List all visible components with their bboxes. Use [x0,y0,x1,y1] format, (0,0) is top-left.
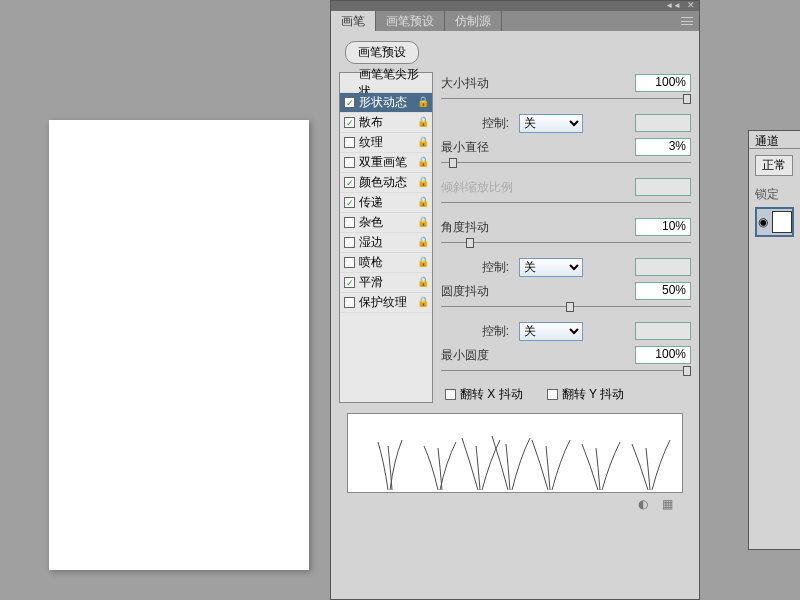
option-checkbox[interactable] [344,137,355,148]
layer-row[interactable]: ◉ [755,207,794,237]
brush-options-list: 画笔笔尖形状✓形状动态🔒✓散布🔒纹理🔒双重画笔🔒✓颜色动态🔒✓传递🔒杂色🔒湿边🔒… [339,72,433,403]
brush-option-8[interactable]: 湿边🔒 [340,233,432,253]
angle-jitter-label: 角度抖动 [441,219,515,236]
option-label: 传递 [359,194,383,211]
brush-option-2[interactable]: ✓散布🔒 [340,113,432,133]
size-jitter-value[interactable]: 100% [635,74,691,92]
lock-icon[interactable]: 🔒 [417,136,429,147]
tilt-scale-value [635,178,691,196]
option-checkbox[interactable]: ✓ [344,97,355,108]
option-label: 平滑 [359,274,383,291]
lock-label: 锁定 [755,186,794,203]
brush-option-11[interactable]: 保护纹理🔒 [340,293,432,313]
tab-clone-source[interactable]: 仿制源 [445,11,502,31]
control-label-3: 控制: [441,323,515,340]
collapse-icon[interactable]: ◄◄ [665,1,681,10]
brush-option-10[interactable]: ✓平滑🔒 [340,273,432,293]
option-label: 纹理 [359,134,383,151]
channels-panel: 通道 正常 锁定 ◉ [748,130,800,550]
min-diameter-label: 最小直径 [441,139,515,156]
option-checkbox[interactable] [344,257,355,268]
shape-dynamics-settings: 大小抖动 100% 控制: 关 最小直径 3% 倾斜缩放比例 角度抖动 10% … [441,72,691,403]
flip-y-checkbox[interactable]: 翻转 Y 抖动 [547,386,624,403]
new-preset-icon[interactable]: ▦ [662,497,673,511]
layer-thumbnail[interactable] [772,211,792,233]
flip-x-checkbox[interactable]: 翻转 X 抖动 [445,386,523,403]
panel-menu-icon[interactable] [675,11,699,31]
blend-mode-select[interactable]: 正常 [755,155,793,176]
brush-option-9[interactable]: 喷枪🔒 [340,253,432,273]
min-round-value[interactable]: 100% [635,346,691,364]
option-label: 双重画笔 [359,154,407,171]
brush-preview [347,413,683,493]
channels-tab[interactable]: 通道 [749,131,800,149]
round-jitter-slider[interactable] [441,304,691,314]
brush-option-4[interactable]: 双重画笔🔒 [340,153,432,173]
panel-dragbar[interactable]: ◄◄ ✕ [331,1,699,11]
flip-y-label: 翻转 Y 抖动 [562,386,624,403]
size-jitter-slider[interactable] [441,96,691,106]
lock-icon[interactable]: 🔒 [417,236,429,247]
flip-x-label: 翻转 X 抖动 [460,386,523,403]
lock-icon[interactable]: 🔒 [417,96,429,107]
option-label: 颜色动态 [359,174,407,191]
angle-control-select[interactable]: 关 [519,258,583,277]
panel-tabs: 画笔 画笔预设 仿制源 [331,11,699,31]
option-checkbox[interactable] [344,237,355,248]
round-jitter-label: 圆度抖动 [441,283,515,300]
option-label: 杂色 [359,214,383,231]
control-label-1: 控制: [441,115,515,132]
option-label: 喷枪 [359,254,383,271]
min-diameter-slider[interactable] [441,160,691,170]
min-round-label: 最小圆度 [441,347,515,364]
angle-jitter-slider[interactable] [441,240,691,250]
brush-preset-button[interactable]: 画笔预设 [345,41,419,64]
lock-icon[interactable]: 🔒 [417,296,429,307]
angle-jitter-value[interactable]: 10% [635,218,691,236]
brush-option-1[interactable]: ✓形状动态🔒 [340,93,432,113]
size-control-value [635,114,691,132]
option-checkbox[interactable] [344,157,355,168]
grass-stroke-preview [348,413,683,492]
round-jitter-value[interactable]: 50% [635,282,691,300]
close-icon[interactable]: ✕ [687,0,695,10]
size-jitter-label: 大小抖动 [441,75,515,92]
control-label-2: 控制: [441,259,515,276]
option-label: 保护纹理 [359,294,407,311]
lock-icon[interactable]: 🔒 [417,216,429,227]
tab-brush[interactable]: 画笔 [331,11,376,31]
option-checkbox[interactable]: ✓ [344,277,355,288]
option-checkbox[interactable] [344,217,355,228]
option-checkbox[interactable]: ✓ [344,197,355,208]
brush-option-5[interactable]: ✓颜色动态🔒 [340,173,432,193]
tab-brush-preset[interactable]: 画笔预设 [376,11,445,31]
option-checkbox[interactable] [344,297,355,308]
brush-option-6[interactable]: ✓传递🔒 [340,193,432,213]
lock-icon[interactable]: 🔒 [417,176,429,187]
toggle-preview-icon[interactable]: ◐ [638,497,648,511]
option-checkbox[interactable]: ✓ [344,117,355,128]
brush-option-7[interactable]: 杂色🔒 [340,213,432,233]
lock-icon[interactable]: 🔒 [417,256,429,267]
brush-option-0[interactable]: 画笔笔尖形状 [340,73,432,93]
option-label: 形状动态 [359,94,407,111]
option-label: 湿边 [359,234,383,251]
lock-icon[interactable]: 🔒 [417,156,429,167]
min-round-slider[interactable] [441,368,691,378]
lock-icon[interactable]: 🔒 [417,196,429,207]
brush-option-3[interactable]: 纹理🔒 [340,133,432,153]
lock-icon[interactable]: 🔒 [417,116,429,127]
tilt-scale-label: 倾斜缩放比例 [441,179,515,196]
angle-control-value [635,258,691,276]
round-control-select[interactable]: 关 [519,322,583,341]
round-control-value [635,322,691,340]
brush-panel: ◄◄ ✕ 画笔 画笔预设 仿制源 画笔预设 画笔笔尖形状✓形状动态🔒✓散布🔒纹理… [330,0,700,600]
option-checkbox[interactable]: ✓ [344,177,355,188]
lock-icon[interactable]: 🔒 [417,276,429,287]
visibility-eye-icon[interactable]: ◉ [757,215,770,229]
option-label: 散布 [359,114,383,131]
min-diameter-value[interactable]: 3% [635,138,691,156]
size-control-select[interactable]: 关 [519,114,583,133]
document-canvas[interactable] [49,120,309,570]
tilt-scale-slider [441,200,691,210]
